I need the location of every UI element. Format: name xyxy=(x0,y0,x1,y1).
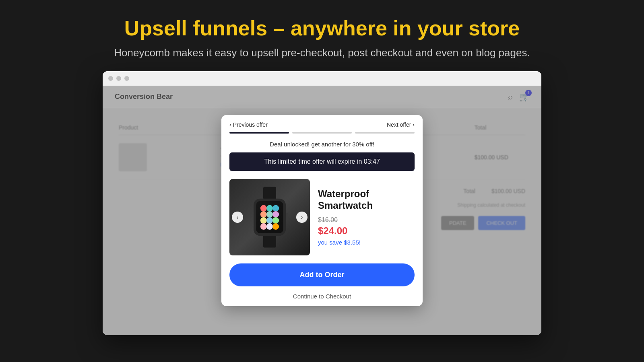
hero-section: Upsell funnels – anywhere in your store … xyxy=(0,0,644,71)
svg-point-9 xyxy=(266,211,273,217)
svg-point-14 xyxy=(260,223,267,230)
prev-offer-button[interactable]: ‹ Previous offer xyxy=(229,121,268,128)
carousel-next-button[interactable]: › xyxy=(296,212,308,223)
product-image-container: ‹ › xyxy=(229,179,310,255)
svg-point-15 xyxy=(266,223,273,230)
product-price-sale: $24.00 xyxy=(318,225,415,237)
progress-bar-1 xyxy=(229,132,289,134)
chevron-left-icon: ‹ xyxy=(229,121,231,128)
progress-bar-3 xyxy=(355,132,415,134)
continue-to-checkout-button[interactable]: Continue to Checkout xyxy=(221,286,423,306)
svg-point-16 xyxy=(272,223,279,230)
modal-overlay: ‹ Previous offer Next offer › Deal unloc… xyxy=(103,86,541,335)
hero-title-highlight: anywhere in your store xyxy=(291,16,520,40)
carousel-prev-button[interactable]: ‹ xyxy=(232,212,243,223)
modal-nav: ‹ Previous offer Next offer › xyxy=(221,115,423,128)
modal-product: ‹ › Waterproof Smartwatch $16.00 $24.00 … xyxy=(221,171,423,263)
svg-point-11 xyxy=(260,217,267,224)
svg-point-13 xyxy=(272,217,279,224)
svg-point-12 xyxy=(266,217,273,224)
svg-point-8 xyxy=(260,211,267,217)
product-info: Waterproof Smartwatch $16.00 $24.00 you … xyxy=(318,188,415,246)
product-savings: you save $3.55! xyxy=(318,239,415,246)
upsell-modal: ‹ Previous offer Next offer › Deal unloc… xyxy=(221,115,423,306)
progress-bar-2 xyxy=(292,132,352,134)
browser-dot-close xyxy=(108,76,113,81)
browser-window: Conversion Bear ⌕ 🛒 1 Product Total xyxy=(103,71,541,335)
hero-subtitle: Honeycomb makes it easy to upsell pre-ch… xyxy=(0,47,644,59)
svg-rect-1 xyxy=(263,235,276,247)
product-name: Waterproof Smartwatch xyxy=(318,188,415,212)
browser-dot-minimize xyxy=(116,76,121,81)
hero-title-plain: Upsell funnels – xyxy=(124,16,291,40)
browser-titlebar xyxy=(103,71,541,86)
add-to-order-button[interactable]: Add to Order xyxy=(229,263,415,286)
svg-point-5 xyxy=(260,205,267,211)
svg-point-7 xyxy=(272,205,279,211)
browser-dot-maximize xyxy=(124,76,129,81)
svg-rect-0 xyxy=(263,187,276,199)
product-price-original: $16.00 xyxy=(318,216,415,224)
chevron-right-icon: › xyxy=(413,121,415,128)
hero-title: Upsell funnels – anywhere in your store xyxy=(0,16,644,40)
svg-rect-17 xyxy=(286,213,288,220)
svg-point-6 xyxy=(266,205,273,211)
svg-point-10 xyxy=(272,211,279,217)
modal-timer: This limited time offer will expire in 0… xyxy=(229,152,415,171)
modal-deal-text: Deal unlocked! get another for 30% off! xyxy=(221,138,423,152)
modal-progress xyxy=(221,128,423,138)
watch-svg-illustration xyxy=(242,185,298,249)
next-offer-button[interactable]: Next offer › xyxy=(387,121,415,128)
store-page: Conversion Bear ⌕ 🛒 1 Product Total xyxy=(103,86,541,335)
